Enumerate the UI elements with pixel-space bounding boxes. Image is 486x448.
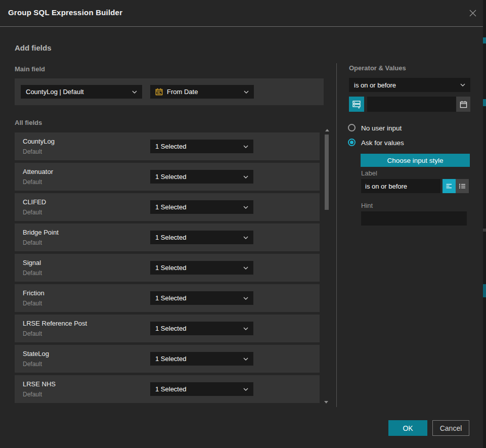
field-row: Attenuator Default 1 Selected [15, 163, 320, 191]
all-fields-label: All fields [15, 119, 42, 126]
field-subtitle: Default [23, 239, 42, 246]
field-row: CountyLog Default 1 Selected [15, 132, 320, 160]
field-subtitle: Default [23, 209, 42, 216]
all-fields-list: CountyLog Default 1 Selected Attenuator … [15, 132, 320, 406]
field-subtitle: Default [23, 361, 42, 368]
field-selected-dropdown[interactable]: 1 Selected [150, 382, 253, 396]
chevron-down-icon [243, 388, 248, 391]
field-selected-value: 1 Selected [155, 385, 186, 393]
chevron-down-icon [243, 145, 248, 148]
radio-no-user-input[interactable] [348, 124, 356, 131]
radio-no-user-input-label: No user input [361, 124, 402, 132]
date-picker-button[interactable] [456, 97, 470, 112]
scrollbar-up-arrow[interactable] [325, 129, 329, 131]
chevron-down-icon [243, 297, 248, 300]
field-row: Signal Default 1 Selected [15, 254, 320, 282]
scrollbar-thumb[interactable] [325, 135, 329, 210]
field-subtitle: Default [23, 270, 42, 277]
hint-input[interactable] [361, 211, 467, 226]
field-name: Bridge Point [23, 229, 59, 236]
close-button[interactable] [467, 8, 478, 19]
radio-ask-for-values[interactable] [348, 139, 356, 146]
chevron-down-icon [132, 91, 137, 94]
field-name: Attenuator [23, 168, 53, 175]
field-subtitle: Default [23, 300, 42, 307]
field-selected-value: 1 Selected [155, 203, 186, 211]
field-selected-value: 1 Selected [155, 264, 186, 272]
layer-dropdown[interactable]: CountyLog | Default [21, 85, 142, 99]
field-row: StateLog Default 1 Selected [15, 345, 320, 373]
field-selected-value: 1 Selected [155, 234, 186, 241]
field-name: Friction [23, 289, 45, 297]
panel-divider [336, 63, 337, 407]
chevron-down-icon [243, 206, 248, 209]
ok-button[interactable]: OK [388, 420, 427, 436]
single-line-input-icon [446, 183, 453, 190]
value-input[interactable] [367, 97, 456, 112]
background-fragment [483, 284, 486, 297]
value-type-button[interactable] [349, 97, 364, 112]
field-subtitle: Default [23, 391, 42, 398]
field-selected-dropdown[interactable]: 1 Selected [150, 322, 253, 335]
operator-dropdown-value: is on or before [354, 81, 396, 89]
scrollbar-down-arrow[interactable] [324, 401, 328, 404]
field-selected-dropdown[interactable]: 1 Selected [150, 261, 253, 275]
field-row: Friction Default 1 Selected [15, 284, 320, 312]
field-name: LRSE NHS [23, 380, 56, 388]
chevron-down-icon [243, 357, 248, 361]
main-field-label: Main field [15, 65, 45, 73]
single-line-style-button[interactable] [443, 179, 456, 193]
field-selected-value: 1 Selected [155, 173, 186, 181]
field-name: CountyLog [23, 138, 55, 145]
background-app-edge [483, 0, 486, 448]
radio-ask-for-values-label: Ask for values [361, 139, 404, 147]
title-divider [0, 26, 483, 27]
list-values-icon [459, 183, 466, 190]
field-name: CLIFED [23, 198, 46, 206]
chevron-down-icon [244, 91, 249, 94]
background-fragment [483, 99, 486, 106]
field-selected-dropdown[interactable]: 1 Selected [150, 170, 253, 184]
field-name: Signal [23, 259, 41, 266]
chevron-down-icon [243, 175, 248, 178]
cancel-button[interactable]: Cancel [432, 420, 469, 436]
label-input[interactable] [361, 179, 440, 193]
chevron-down-icon [243, 236, 248, 239]
main-field-panel: CountyLog | Default From Date [15, 78, 324, 105]
field-name: LRSE Reference Post [23, 320, 87, 327]
field-row: CLIFED Default 1 Selected [15, 193, 320, 221]
field-selected-value: 1 Selected [155, 294, 186, 302]
field-selected-value: 1 Selected [155, 325, 186, 332]
field-selected-dropdown[interactable]: 1 Selected [150, 231, 253, 244]
operator-dropdown[interactable]: is on or before [349, 78, 470, 92]
main-field-dropdown-value: From Date [167, 88, 198, 96]
field-selected-dropdown[interactable]: 1 Selected [150, 200, 253, 214]
chevron-down-icon [460, 83, 465, 86]
field-row: LRSE NHS Default 1 Selected [15, 375, 320, 403]
calendar-icon [155, 88, 163, 96]
list-style-button[interactable] [456, 179, 469, 193]
field-row: Bridge Point Default 1 Selected [15, 223, 320, 251]
background-fragment [483, 37, 486, 43]
field-name: StateLog [23, 350, 49, 357]
field-subtitle: Default [23, 178, 42, 186]
dialog-title: Group SQL Expression Builder [8, 8, 122, 17]
add-fields-heading: Add fields [15, 43, 52, 52]
field-subtitle: Default [23, 148, 42, 155]
dialog-titlebar: Group SQL Expression Builder [0, 0, 483, 26]
chevron-down-icon [243, 327, 248, 330]
field-selected-value: 1 Selected [155, 355, 186, 363]
field-selected-value: 1 Selected [155, 143, 186, 150]
field-selected-dropdown[interactable]: 1 Selected [150, 140, 253, 153]
main-field-dropdown[interactable]: From Date [150, 85, 254, 99]
field-selected-dropdown[interactable]: 1 Selected [150, 291, 253, 305]
field-row: LRSE Reference Post Default 1 Selected [15, 315, 320, 342]
chevron-down-icon [243, 266, 248, 270]
label-field-label: Label [361, 169, 377, 177]
hint-field-label: Hint [361, 202, 373, 209]
field-selected-dropdown[interactable]: 1 Selected [150, 352, 253, 366]
choose-input-style-button[interactable]: Choose input style [361, 154, 470, 167]
background-fragment [483, 229, 486, 232]
operator-values-heading: Operator & Values [349, 64, 406, 72]
group-sql-expression-builder-dialog: Group SQL Expression Builder Add fields … [0, 0, 486, 448]
